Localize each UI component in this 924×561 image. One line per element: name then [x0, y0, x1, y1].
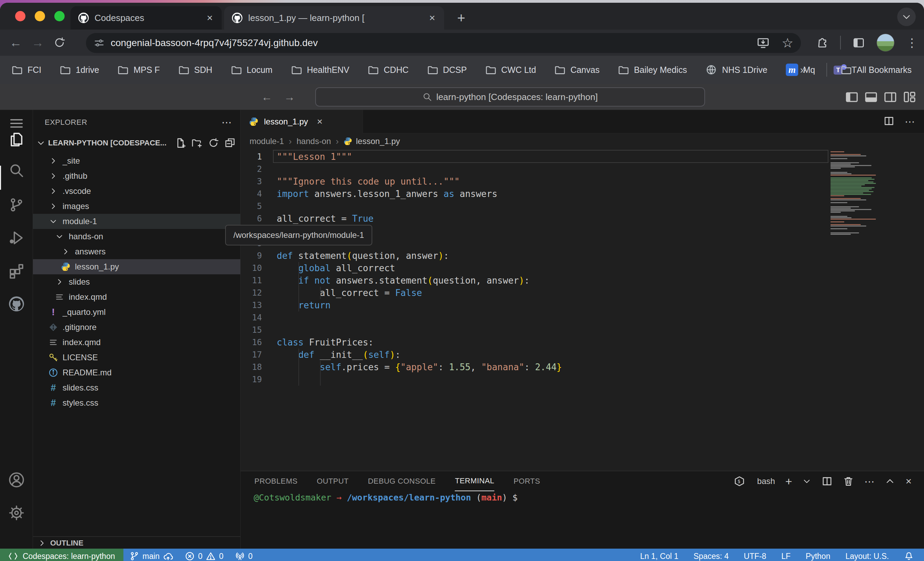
terminal[interactable]: @Cotswoldsmaker → /workspaces/learn-pyth… — [254, 493, 518, 502]
outline-section[interactable]: OUTLINE — [33, 536, 240, 549]
maximize-panel-icon[interactable] — [885, 476, 895, 486]
new-file-icon[interactable] — [175, 138, 186, 148]
side-panel-icon[interactable] — [852, 36, 865, 49]
panel-tab-debug-console[interactable]: DEBUG CONSOLE — [368, 471, 435, 491]
command-center[interactable]: learn-python [Codespaces: learn-python] — [315, 87, 705, 106]
tree-item-styles-css[interactable]: #styles.css — [33, 395, 240, 410]
tab-search-chevron-button[interactable] — [897, 8, 916, 26]
bookmark-canvas[interactable]: Canvas — [555, 64, 600, 75]
install-app-icon[interactable] — [757, 37, 770, 49]
profile-avatar[interactable] — [877, 34, 894, 52]
all-bookmarks-button[interactable]: All Bookmarks — [841, 64, 912, 75]
editor-more-icon[interactable]: ⋯ — [905, 116, 915, 128]
editor-tab-lesson[interactable]: lesson_1.py × — [241, 110, 363, 134]
bookmark-dcsp[interactable]: DCSP — [427, 64, 467, 75]
bookmark-fci[interactable]: FCI — [12, 64, 41, 75]
tab-close-icon[interactable]: × — [428, 12, 436, 24]
macos-minimize-button[interactable] — [35, 11, 45, 21]
browser-menu-icon[interactable]: ⋮ — [906, 36, 918, 50]
tree-item-slides-css[interactable]: #slides.css — [33, 380, 240, 395]
bookmark-1drive[interactable]: 1drive — [60, 64, 99, 75]
refresh-icon[interactable] — [208, 138, 219, 148]
extensions-puzzle-icon[interactable] — [816, 36, 828, 49]
panel-tab-problems[interactable]: PROBLEMS — [254, 471, 297, 491]
status-item-utf-8[interactable]: UTF-8 — [744, 552, 766, 561]
activity-github-icon[interactable] — [0, 290, 33, 318]
tree-item--github[interactable]: .github — [33, 168, 240, 184]
bookmark-cwc-ltd[interactable]: CWC Ltd — [485, 64, 536, 75]
browser-tab-codespaces[interactable]: Codespaces × — [70, 6, 222, 30]
bookmark-sdh[interactable]: SDH — [178, 64, 212, 75]
activity-settings-icon[interactable] — [0, 499, 33, 526]
tree-item--quarto-yml[interactable]: !_quarto.yml — [33, 304, 240, 320]
activity-source-control-icon[interactable] — [0, 191, 33, 219]
activity-explorer-icon[interactable] — [0, 126, 33, 153]
remote-indicator[interactable]: Codespaces: learn-python — [0, 549, 123, 561]
tree-item-module-1[interactable]: module-1 — [33, 214, 240, 229]
panel-tab-output[interactable]: OUTPUT — [316, 471, 349, 491]
tree-item-index-qmd[interactable]: index.qmd — [33, 290, 240, 304]
bookmark-locum[interactable]: Locum — [231, 64, 273, 75]
toggle-panel-icon[interactable] — [864, 90, 878, 104]
bookmarks-overflow-chevron[interactable]: » — [800, 64, 806, 76]
workspace-section-header[interactable]: LEARN-PYTHON [CODESPACE... — [33, 135, 240, 151]
tree-item-hands-on[interactable]: hands-on — [33, 229, 240, 244]
branch-indicator[interactable]: main — [130, 551, 174, 561]
sync-cloud-icon[interactable] — [163, 551, 173, 561]
problems-indicator[interactable]: 00 — [185, 551, 224, 561]
tree-item--vscode[interactable]: .vscode — [33, 184, 240, 199]
explorer-more-icon[interactable]: ⋯ — [222, 116, 232, 128]
tree-item-license[interactable]: LICENSE — [33, 350, 240, 365]
bookmark-healthenv[interactable]: HealthENV — [291, 64, 350, 75]
forward-button[interactable]: → — [32, 35, 44, 50]
status-item-spaces-4[interactable]: Spaces: 4 — [694, 552, 729, 561]
browser-tab-lesson[interactable]: lesson_1.py — learn-python [ × — [224, 6, 444, 30]
bookmark-nhs-1drive[interactable]: NHS 1Drive — [705, 64, 767, 76]
notifications-bell-icon[interactable] — [904, 551, 914, 561]
split-editor-icon[interactable] — [884, 116, 894, 128]
url-text[interactable]: congenial-bassoon-4rpq7v4j755274vj.githu… — [111, 38, 757, 48]
close-panel-icon[interactable]: × — [905, 476, 912, 487]
panel-more-icon[interactable]: ⋯ — [864, 476, 874, 488]
activity-extensions-icon[interactable] — [0, 257, 33, 285]
tree-item--site[interactable]: _site — [33, 153, 240, 168]
bookmark-star-icon[interactable]: ☆ — [782, 35, 794, 51]
new-folder-icon[interactable] — [192, 138, 202, 148]
tab-close-icon[interactable]: × — [317, 116, 322, 127]
activity-search-icon[interactable] — [0, 157, 33, 184]
site-settings-icon[interactable] — [93, 38, 105, 48]
macos-close-button[interactable] — [15, 11, 26, 21]
tree-item-answers[interactable]: answers — [33, 244, 240, 259]
tree-item-slides[interactable]: slides — [33, 274, 240, 290]
back-button[interactable]: ← — [10, 35, 22, 50]
tree-item-index-qmd[interactable]: index.qmd — [33, 335, 240, 350]
status-item-lf[interactable]: LF — [782, 552, 790, 561]
tree-item-lesson-1-py[interactable]: lesson_1.py — [33, 259, 240, 274]
activity-accounts-icon[interactable] — [0, 466, 33, 494]
tree-item-images[interactable]: images — [33, 199, 240, 214]
new-tab-button[interactable]: + — [457, 10, 465, 26]
split-terminal-icon[interactable] — [822, 476, 832, 487]
tree-item--gitignore[interactable]: .gitignore — [33, 320, 240, 335]
toggle-primary-sidebar-icon[interactable] — [845, 90, 859, 104]
reload-button[interactable] — [54, 37, 65, 48]
code-editor[interactable]: 1"""Lesson 1"""23"""Ignore this code up … — [241, 149, 924, 471]
status-item-layout-u-s-[interactable]: Layout: U.S. — [845, 552, 889, 561]
collapse-all-icon[interactable] — [225, 138, 236, 148]
bookmark-bailey-medics[interactable]: Bailey Medics — [618, 64, 687, 75]
macos-zoom-button[interactable] — [54, 11, 64, 21]
breadcrumb-item[interactable]: lesson_1.py — [344, 136, 400, 146]
ports-indicator[interactable]: 0 — [235, 551, 253, 561]
panel-tab-ports[interactable]: PORTS — [514, 471, 540, 491]
tree-item-readme-md[interactable]: README.md — [33, 365, 240, 380]
breadcrumb-item[interactable]: module-1 — [250, 136, 284, 146]
activity-run-debug-icon[interactable] — [0, 224, 33, 252]
bookmark-mps-f[interactable]: MPS F — [118, 64, 159, 75]
toggle-secondary-sidebar-icon[interactable] — [884, 90, 897, 104]
kill-terminal-icon[interactable] — [843, 476, 854, 487]
terminal-dropdown-icon[interactable] — [802, 477, 811, 486]
bookmark-cdhc[interactable]: CDHC — [368, 64, 408, 75]
status-item-python[interactable]: Python — [806, 552, 831, 561]
tab-close-icon[interactable]: × — [205, 12, 214, 24]
breadcrumb-item[interactable]: hands-on — [297, 136, 331, 146]
